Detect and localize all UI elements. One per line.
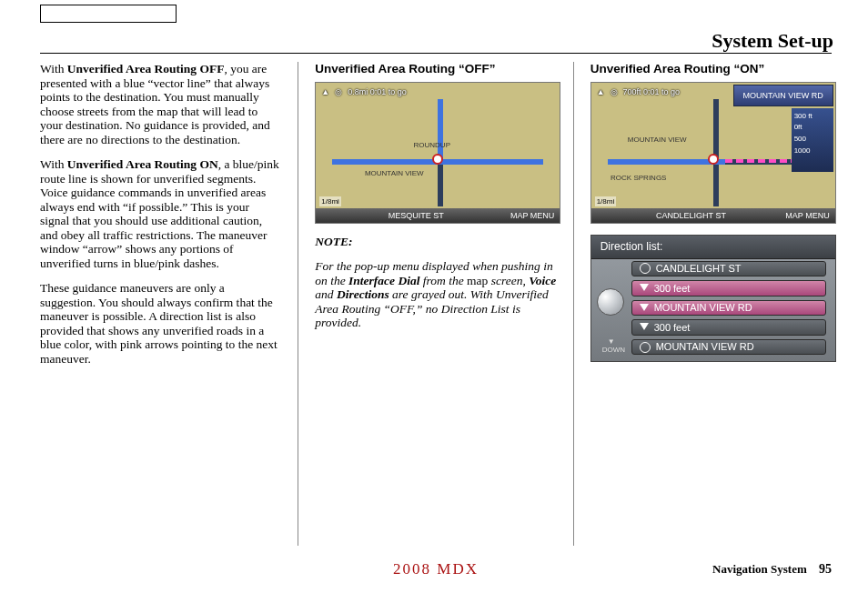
section-name: Navigation System bbox=[712, 562, 807, 576]
span: With bbox=[40, 62, 67, 75]
span: from the bbox=[419, 274, 467, 287]
street-label: MOUNTAIN VIEW bbox=[365, 169, 424, 177]
span: and bbox=[315, 287, 337, 301]
list-item: CANDLELIGHT ST bbox=[631, 261, 826, 277]
map-screenshot-on: ▲ ◎ 700ft 0:01 to go MOUNTAIN VIEW RD 30… bbox=[590, 82, 836, 224]
down-text: DOWN bbox=[602, 346, 625, 354]
map-top-info: ▲ ◎ 0.8mi 0:01 to go bbox=[318, 85, 558, 99]
list-item-label: 300 feet bbox=[654, 322, 691, 334]
next-street-sign: MOUNTAIN VIEW RD bbox=[733, 85, 833, 106]
page-footer: 2008 MDX Navigation System 95 bbox=[40, 562, 832, 577]
page-number: 95 bbox=[819, 562, 832, 576]
unverified-route bbox=[725, 159, 798, 165]
north-icon: ▲ bbox=[321, 87, 329, 96]
scale-val: 1000 bbox=[794, 146, 831, 157]
map-menu-label: MAP MENU bbox=[785, 211, 829, 220]
page-title: System Set-up bbox=[712, 29, 833, 52]
title-rule bbox=[40, 53, 832, 54]
map-scale: 1/8mi bbox=[319, 196, 341, 206]
map-bottom-bar: MESQUITE ST MAP MENU bbox=[316, 208, 560, 223]
strong: Voice bbox=[529, 274, 556, 287]
para-off: With Unverified Area Routing OFF, you ar… bbox=[40, 62, 281, 146]
map-scale: 1/8mi bbox=[595, 196, 617, 206]
para-on: With Unverified Area Routing ON, a blue/… bbox=[40, 157, 281, 270]
list-item-label: MOUNTAIN VIEW RD bbox=[654, 302, 752, 314]
current-street: MESQUITE ST bbox=[389, 211, 444, 220]
street-label: ROCK SPRINGS bbox=[611, 174, 666, 182]
list-item-label: 300 feet bbox=[654, 283, 691, 295]
arrow-down-icon bbox=[640, 323, 649, 332]
map-screenshot-off: ▲ ◎ 0.8mi 0:01 to go ROUNDUP MOUNTAIN VI… bbox=[315, 82, 560, 224]
note-label: NOTE: bbox=[315, 235, 556, 249]
route-icon bbox=[640, 342, 651, 353]
distance-scale: 300 ft 0ft 500 1000 bbox=[792, 108, 833, 172]
span: map bbox=[467, 274, 488, 287]
note-body: For the pop-up menu displayed when pushi… bbox=[315, 259, 556, 330]
route-icon bbox=[640, 263, 651, 274]
para-suggestion: These guidance maneuvers are only a sugg… bbox=[40, 281, 281, 366]
north-icon: ▲ bbox=[597, 87, 605, 96]
strong: Interface Dial bbox=[348, 274, 419, 287]
brand-logo-box bbox=[40, 5, 177, 23]
direction-list-body: CANDLELIGHT ST 300 feet MOUNTAIN VIEW RD… bbox=[631, 261, 826, 356]
list-item-label: CANDLELIGHT ST bbox=[656, 263, 742, 275]
direction-list-title: Direction list: bbox=[591, 236, 835, 260]
down-arrow-label: ▼DOWN bbox=[602, 337, 621, 354]
distance-time: 700ft 0:01 to go bbox=[623, 87, 681, 96]
arrow-down-icon bbox=[640, 304, 649, 313]
span: screen, bbox=[488, 274, 529, 287]
scale-val: 500 bbox=[794, 134, 831, 146]
span: , a blue/pink route line is shown for un… bbox=[40, 157, 279, 270]
scale-val: 0ft bbox=[794, 122, 831, 134]
map-menu-label: MAP MENU bbox=[510, 211, 554, 220]
arrow-down-icon bbox=[640, 284, 649, 293]
current-street: CANDLELIGHT ST bbox=[656, 211, 726, 220]
destination-icon bbox=[708, 154, 719, 165]
scale-val: 300 ft bbox=[794, 111, 831, 123]
subhead-on: Unverified Area Routing “ON” bbox=[590, 62, 832, 76]
span: With bbox=[40, 157, 67, 171]
content-columns: With Unverified Area Routing OFF, you ar… bbox=[40, 62, 832, 546]
list-item: MOUNTAIN VIEW RD bbox=[631, 339, 826, 356]
interface-dial-icon bbox=[597, 288, 624, 316]
strong: Unverified Area Routing OFF bbox=[67, 62, 225, 75]
gps-icon: ◎ bbox=[335, 87, 342, 96]
direction-list-panel: Direction list: ▼DOWN CANDLELIGHT ST 300… bbox=[590, 235, 836, 362]
list-item: MOUNTAIN VIEW RD bbox=[631, 300, 826, 317]
vehicle-model: 2008 MDX bbox=[393, 560, 479, 578]
street-label: MOUNTAIN VIEW bbox=[628, 136, 687, 144]
column-2: Unverified Area Routing “OFF” ▲ ◎ 0.8mi … bbox=[298, 62, 556, 546]
strong: Directions bbox=[337, 287, 389, 301]
footer-right: Navigation System 95 bbox=[712, 562, 832, 577]
street-label: ROUNDUP bbox=[414, 141, 450, 149]
subhead-off: Unverified Area Routing “OFF” bbox=[315, 62, 556, 76]
distance-time: 0.8mi 0:01 to go bbox=[348, 87, 407, 96]
column-3: Unverified Area Routing “ON” ▲ ◎ 700ft 0… bbox=[573, 62, 832, 546]
strong: Unverified Area Routing ON bbox=[67, 157, 218, 171]
column-1: With Unverified Area Routing OFF, you ar… bbox=[40, 62, 281, 546]
gps-icon: ◎ bbox=[611, 87, 618, 96]
list-item: 300 feet bbox=[631, 319, 826, 336]
map-bottom-bar: CANDLELIGHT ST MAP MENU bbox=[591, 208, 835, 223]
list-item-label: MOUNTAIN VIEW RD bbox=[656, 341, 754, 353]
list-item: 300 feet bbox=[631, 280, 826, 296]
